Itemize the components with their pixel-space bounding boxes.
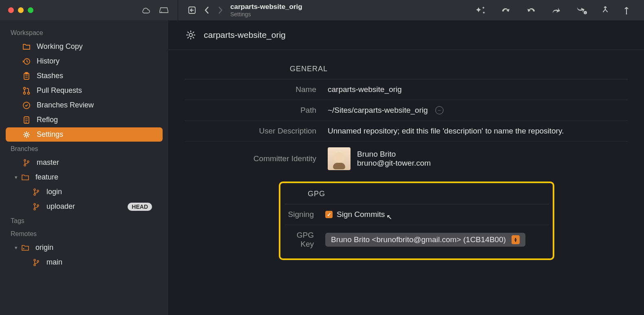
branch-label: master [37,158,59,167]
svg-point-20 [34,203,35,205]
remote-label: origin [35,243,53,252]
sidebar-item-stashes[interactable]: Stashes [6,69,163,83]
gpg-key-value: Bruno Brito <brunofbrito@gmail.com> (1CB… [331,235,506,244]
branch-label: feature [35,173,58,182]
history-icon [22,57,31,66]
committer-email: bruno@git-tower.com [357,159,431,168]
name-label: Name [185,85,328,94]
branch-icon [32,203,41,210]
branch-icon [32,259,41,266]
branch-label: uploader [46,202,75,211]
avatar [328,147,351,170]
sidebar-item-label: History [37,57,60,66]
svg-point-4 [626,13,627,15]
minimize-window-button[interactable] [18,7,24,13]
remote-branch-main[interactable]: main [6,255,163,269]
committer-name: Bruno Brito [357,150,431,159]
nav-forward-button[interactable] [217,6,223,15]
share-up-icon[interactable] [551,6,561,15]
reflog-icon [22,116,31,124]
branch-item-feature[interactable]: ▾ feature [6,170,163,184]
svg-point-0 [161,11,162,12]
branch-label: login [46,188,62,196]
back-to-list-icon[interactable] [187,6,197,15]
sign-commits-label: Sign Commits [337,210,385,219]
clipboard-icon [22,72,31,80]
gpg-section: GPG Signing ✓ Sign Commits ↖ GPG Key [285,190,549,254]
svg-point-25 [34,264,35,266]
svg-point-26 [37,260,39,262]
user-description-value[interactable]: Unnamed repository; edit this file 'desc… [328,127,628,136]
folder-icon [21,174,30,181]
svg-point-15 [24,164,26,166]
drive-icon[interactable] [159,7,169,14]
chevron-down-icon[interactable]: ▾ [15,245,18,251]
sidebar-section-tags: Tags [0,214,168,227]
sidebar-section-remotes: Remotes [0,227,168,240]
select-arrows-icon: ▲▼ [512,235,520,244]
sidebar-item-label: Reflog [37,116,58,124]
titlebar: carparts-website_orig Settings ! [0,0,644,20]
svg-point-21 [34,208,35,210]
view-subtitle: Settings [230,11,302,18]
svg-point-16 [27,161,29,162]
svg-point-17 [34,189,35,190]
svg-point-27 [189,33,192,37]
sidebar-item-branches-review[interactable]: Branches Review [6,98,163,112]
path-label: Path [185,106,328,115]
sidebar-item-history[interactable]: History [6,54,163,68]
svg-point-13 [25,133,28,136]
folder-icon [22,43,31,50]
general-section: GENERAL Name carparts-website_orig Path … [185,65,628,176]
window-controls [0,7,33,13]
maximize-window-button[interactable] [28,7,33,13]
sidebar-item-label: Working Copy [37,42,83,51]
redo-icon[interactable] [501,6,511,15]
remote-folder-icon [21,245,30,251]
sidebar-item-settings[interactable]: Settings [6,127,163,142]
branch-item-uploader[interactable]: uploader HEAD [6,199,163,214]
branch-item-login[interactable]: login [6,185,163,199]
undo-icon[interactable] [526,6,536,15]
svg-point-23 [23,248,24,249]
remote-item-origin[interactable]: ▾ origin [6,241,163,255]
gpg-key-select[interactable]: Bruno Brito <brunofbrito@gmail.com> (1CB… [325,233,525,247]
sidebar-item-label: Branches Review [37,101,94,109]
svg-point-10 [28,92,30,94]
branch-item-master[interactable]: master [6,155,163,170]
committer-identity-label: Committer Identity [185,154,328,163]
gear-icon [22,131,31,139]
sidebar-section-branches: Branches [0,142,168,155]
svg-text:!: ! [585,12,586,14]
upload-icon[interactable] [624,6,629,15]
gpg-highlight: GPG Signing ✓ Sign Commits ↖ GPG Key [279,182,554,260]
name-value[interactable]: carparts-website_orig [328,85,628,94]
content-title: carparts-website_orig [204,30,286,40]
share-down-icon[interactable]: ! [576,6,587,15]
sidebar-item-pull-requests[interactable]: Pull Requests [6,83,163,98]
pull-request-icon [22,87,31,95]
merge-icon[interactable] [602,6,609,15]
gpg-key-label: GPG Key [285,231,325,249]
breadcrumb: carparts-website_orig Settings [230,3,302,18]
sign-commits-checkbox[interactable]: ✓ [325,211,333,218]
content-header: carparts-website_orig [169,20,644,50]
sidebar-item-label: Pull Requests [37,86,82,95]
section-title-gpg: GPG [285,190,325,198]
sidebar-item-reflog[interactable]: Reflog [6,113,163,127]
chevron-down-icon[interactable]: ▾ [15,174,18,180]
section-title-general: GENERAL [185,65,328,73]
head-badge: HEAD [128,203,152,211]
cursor-icon: ↖ [386,213,392,221]
sparkle-icon[interactable] [476,6,486,15]
close-window-button[interactable] [8,7,14,13]
svg-point-24 [34,259,35,261]
cloud-icon[interactable] [141,7,151,14]
committer-identity[interactable]: Bruno Brito bruno@git-tower.com [328,147,431,170]
reveal-in-finder-icon[interactable]: → [435,106,443,114]
sidebar-item-working-copy[interactable]: Working Copy [6,39,163,54]
repo-title: carparts-website_orig [230,3,302,11]
nav-back-button[interactable] [204,6,210,15]
branch-icon [32,188,41,196]
branch-label: main [46,258,62,267]
